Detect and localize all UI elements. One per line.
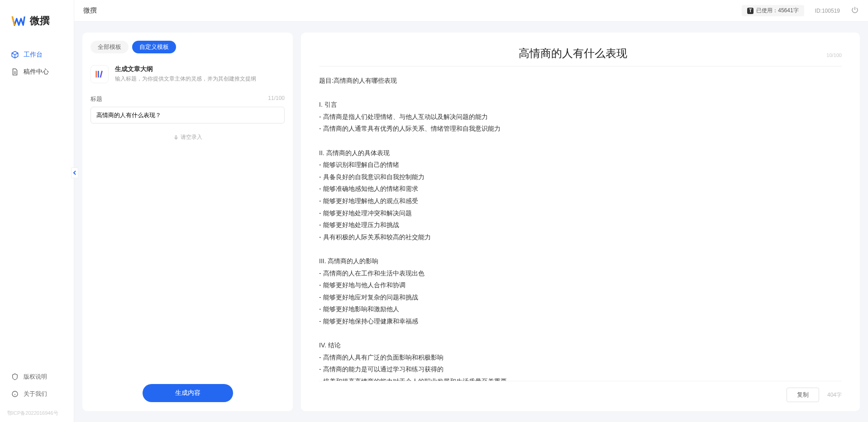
nav-label: 关于我们 (24, 390, 47, 398)
template-desc: 输入标题，为你提供文章主体的灵感，并为其创建推文提纲 (115, 75, 285, 83)
main-nav: 工作台 稿件中心 (0, 46, 74, 368)
power-icon[interactable] (851, 6, 859, 16)
user-id: ID:100519 (815, 8, 840, 14)
sidebar-collapse-button[interactable] (71, 167, 78, 178)
template-icon (91, 65, 109, 83)
output-panel: 高情商的人有什么表现 10/100 题目:高情商的人有哪些表现 I. 引言 - … (301, 33, 860, 411)
voice-input-button[interactable]: 请空录入 (91, 123, 285, 151)
nav-label: 工作台 (24, 51, 43, 59)
title-label: 标题 (91, 95, 102, 103)
doc-body[interactable]: 题目:高情商的人有哪些表现 I. 引言 - 高情商是指人们处理情绪、与他人互动以… (319, 75, 842, 381)
usage-text: 已使用：45641字 (756, 7, 798, 14)
doc-title-count: 10/100 (826, 52, 842, 58)
doc-title-row: 高情商的人有什么表现 10/100 (319, 46, 842, 66)
main-area: 微撰 T 已使用：45641字 ID:100519 全部模板 自定义模板 (74, 0, 868, 422)
cube-icon (11, 51, 19, 59)
title-input[interactable] (91, 107, 285, 123)
document-icon (11, 68, 19, 76)
template-tabs: 全部模板 自定义模板 (82, 41, 293, 60)
nav-workspace[interactable]: 工作台 (4, 46, 70, 63)
generate-button[interactable]: 生成内容 (143, 384, 233, 402)
title-label-row: 标题 11/100 (91, 95, 285, 103)
sidebar: 微撰 工作台 稿件中心 版权说明 (0, 0, 74, 422)
template-title: 生成文章大纲 (115, 65, 285, 73)
nav-drafts[interactable]: 稿件中心 (4, 63, 70, 81)
form: 标题 11/100 请空录入 生成内容 (82, 89, 293, 402)
voice-label: 请空录入 (181, 133, 202, 141)
info-icon (11, 390, 19, 398)
text-icon: T (747, 8, 754, 14)
word-count: 404字 (827, 391, 842, 399)
title-count: 11/100 (268, 95, 285, 103)
nav-about[interactable]: 关于我们 (4, 385, 70, 403)
content: 全部模板 自定义模板 生成文章大纲 输入标题，为你提供文章主体的灵感，并为其创建… (74, 22, 868, 422)
logo-text: 微撰 (30, 14, 50, 28)
tab-custom-templates[interactable]: 自定义模板 (132, 41, 176, 53)
usage-badge: T 已使用：45641字 (742, 5, 804, 16)
logo: 微撰 (0, 0, 74, 46)
footer-nav: 版权说明 关于我们 (0, 368, 74, 406)
tab-all-templates[interactable]: 全部模板 (91, 41, 129, 53)
icp-text: 鄂ICP备2022016946号 (0, 406, 74, 422)
chevron-left-icon (73, 171, 76, 175)
nav-copyright[interactable]: 版权说明 (4, 368, 70, 385)
copy-button[interactable]: 复制 (787, 388, 819, 402)
doc-title: 高情商的人有什么表现 (319, 46, 826, 61)
topbar: 微撰 T 已使用：45641字 ID:100519 (74, 0, 868, 22)
topbar-title: 微撰 (83, 6, 97, 15)
nav-label: 版权说明 (24, 373, 47, 381)
topbar-right: T 已使用：45641字 ID:100519 (742, 5, 859, 16)
template-card[interactable]: 生成文章大纲 输入标题，为你提供文章主体的灵感，并为其创建推文提纲 (82, 60, 293, 89)
logo-icon (11, 14, 25, 28)
input-panel: 全部模板 自定义模板 生成文章大纲 输入标题，为你提供文章主体的灵感，并为其创建… (82, 33, 293, 411)
nav-label: 稿件中心 (24, 68, 49, 76)
shield-icon (11, 373, 19, 381)
svg-rect-1 (175, 135, 176, 138)
template-text: 生成文章大纲 输入标题，为你提供文章主体的灵感，并为其创建推文提纲 (115, 65, 285, 83)
doc-footer: 复制 404字 (319, 381, 842, 402)
microphone-icon (173, 135, 179, 140)
